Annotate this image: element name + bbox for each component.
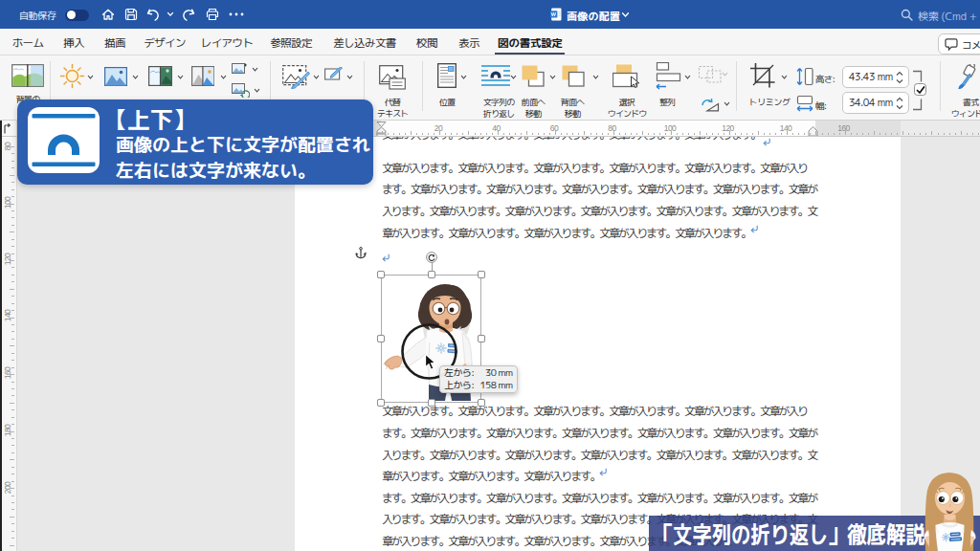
- crop-label[interactable]: トリミング: [748, 97, 791, 108]
- compress-picture-icon[interactable]: [232, 63, 248, 76]
- tab-layout[interactable]: レイアウト: [201, 35, 254, 52]
- transparency-icon[interactable]: [191, 66, 214, 86]
- tab-draw[interactable]: 描画: [104, 35, 125, 52]
- tab-design[interactable]: デザイン: [144, 35, 186, 52]
- color-icon[interactable]: [104, 67, 127, 86]
- compress-picture-dropdown-icon[interactable]: [252, 67, 258, 72]
- rotate-objects-dropdown-icon[interactable]: [724, 101, 730, 106]
- send-backward-icon[interactable]: [562, 65, 585, 87]
- document-title[interactable]: 画像の配置: [567, 9, 620, 25]
- ruler-tick: [648, 133, 649, 136]
- ruler-tick: [619, 133, 620, 136]
- tab-references[interactable]: 参照設定: [270, 35, 312, 52]
- selection-pane-label[interactable]: 選択ウインドウ: [608, 97, 647, 119]
- alt-text-icon[interactable]: [379, 65, 406, 90]
- undo-icon[interactable]: [145, 7, 161, 22]
- height-stepper[interactable]: [896, 70, 903, 85]
- ruler-number: 20: [434, 123, 442, 133]
- wrap-text-icon[interactable]: [481, 65, 510, 86]
- corrections-icon[interactable]: [59, 63, 85, 89]
- ruler-tick: [434, 133, 434, 136]
- artistic-effects-dropdown-icon[interactable]: [177, 75, 184, 79]
- ruler-tick: [11, 210, 14, 211]
- tab-view[interactable]: 表示: [458, 35, 479, 52]
- corrections-dropdown-icon[interactable]: [87, 75, 94, 79]
- align-label[interactable]: 整列: [659, 97, 675, 108]
- position-tooltip: 左から:30 mm 上から:158 mm: [439, 365, 518, 393]
- format-pane-icon[interactable]: [956, 64, 979, 90]
- tab-home[interactable]: ホーム: [12, 35, 44, 52]
- artistic-effects-icon[interactable]: [148, 66, 172, 86]
- tab-selector-icon[interactable]: [3, 123, 12, 134]
- resize-handle-nw[interactable]: [377, 271, 385, 278]
- bring-forward-label[interactable]: 前面へ移動: [522, 97, 545, 119]
- paragraph-mark-icon: [750, 225, 759, 233]
- wrap-text-dropdown-icon[interactable]: [510, 75, 517, 79]
- resize-handle-n[interactable]: [428, 271, 435, 278]
- selection-pane-icon[interactable]: [612, 64, 641, 90]
- resize-handle-e[interactable]: [478, 335, 485, 342]
- text-line: 文章が入ります。文章が入ります。文章が入ります。文章が入ります。文章が入ります。…: [382, 158, 807, 180]
- alt-text-label[interactable]: 代替テキスト: [377, 97, 408, 119]
- ruler-tick: [11, 161, 14, 162]
- align-dropdown-icon[interactable]: [684, 75, 691, 79]
- change-picture-icon[interactable]: [232, 83, 250, 98]
- crop-icon[interactable]: [750, 63, 777, 88]
- send-backward-label[interactable]: 背面へ移動: [561, 97, 584, 119]
- send-backward-dropdown-icon[interactable]: [592, 75, 599, 79]
- position-label[interactable]: 位置: [439, 97, 455, 108]
- remove-background-icon[interactable]: [11, 64, 44, 87]
- search-icon[interactable]: [901, 9, 913, 21]
- document-area[interactable]: 文章が入ります。文章が入ります。文章が入ります。文章が入ります。文章が入ります。…: [17, 137, 980, 551]
- tab-review[interactable]: 校閲: [416, 35, 437, 52]
- ruler-tick: [11, 310, 14, 311]
- crop-dropdown-icon[interactable]: [781, 75, 788, 79]
- picture-styles-icon[interactable]: [282, 65, 311, 89]
- tab-picture-format[interactable]: 図の書式設定: [498, 35, 563, 52]
- color-dropdown-icon[interactable]: [132, 75, 139, 79]
- redo-icon[interactable]: [181, 7, 196, 22]
- picture-border-icon[interactable]: [324, 67, 344, 82]
- comment-button[interactable]: コメント: [938, 33, 980, 55]
- bring-forward-dropdown-icon[interactable]: [549, 75, 556, 79]
- tab-mailings[interactable]: 差し込み文書: [333, 35, 395, 52]
- picture-styles-dropdown-icon[interactable]: [313, 75, 320, 79]
- ruler-tick: [526, 131, 527, 135]
- word-doc-icon: [550, 8, 562, 21]
- vertical-ruler[interactable]: 80 100 120 140 160 180 200: [0, 137, 17, 551]
- lock-aspect-checkbox[interactable]: [914, 83, 926, 96]
- position-icon[interactable]: [437, 63, 457, 88]
- ruler-tick: [532, 133, 533, 136]
- bring-forward-icon[interactable]: [522, 65, 545, 87]
- text-line: ます。文章が入ります。文章が入ります。文章が入ります。文章が入ります。文章が入り…: [382, 488, 816, 510]
- format-pane-label[interactable]: 書式ウィンドウ: [951, 97, 980, 119]
- rotate-objects-icon[interactable]: [700, 98, 721, 112]
- search-input[interactable]: 検索 (Cmd +: [918, 9, 977, 25]
- home-icon[interactable]: [100, 7, 116, 22]
- position-dropdown-icon[interactable]: [460, 75, 467, 79]
- group-objects-dropdown-icon[interactable]: [722, 72, 728, 77]
- title-chevron-icon[interactable]: [621, 11, 630, 18]
- align-icon[interactable]: [655, 62, 681, 91]
- wrap-text-label[interactable]: 文字列の折り返し: [483, 97, 514, 119]
- autosave-toggle[interactable]: [65, 10, 89, 21]
- height-input[interactable]: 43.43 mm: [842, 66, 909, 88]
- save-icon[interactable]: [123, 7, 139, 22]
- group-objects-icon[interactable]: [699, 66, 722, 83]
- resize-handle-w[interactable]: [377, 335, 385, 342]
- ruler-tick: [475, 133, 476, 136]
- rotate-handle[interactable]: [426, 252, 437, 263]
- more-icon[interactable]: [229, 12, 244, 16]
- picture-border-dropdown-icon[interactable]: [346, 75, 353, 79]
- width-stepper[interactable]: [896, 96, 903, 111]
- ruler-tick: [10, 345, 14, 346]
- width-input[interactable]: 34.04 mm: [842, 92, 909, 114]
- resize-handle-ne[interactable]: [478, 271, 485, 278]
- ruler-tick: [399, 133, 400, 136]
- change-picture-dropdown-icon[interactable]: [254, 88, 260, 93]
- print-icon[interactable]: [205, 7, 220, 22]
- undo-dropdown-icon[interactable]: [167, 11, 174, 17]
- tab-insert[interactable]: 挿入: [63, 35, 84, 52]
- transparency-dropdown-icon[interactable]: [220, 75, 227, 79]
- ruler-tick: [521, 133, 522, 136]
